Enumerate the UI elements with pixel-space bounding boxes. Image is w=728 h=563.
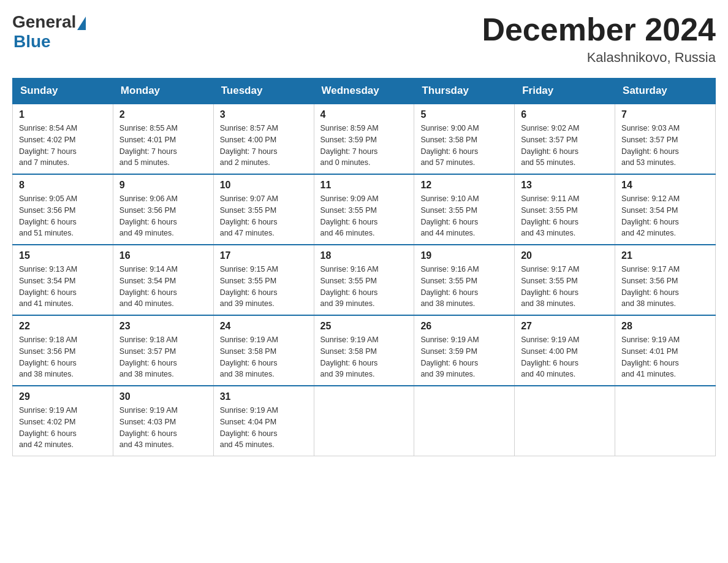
day-number: 8 <box>19 180 107 191</box>
day-info: Sunrise: 9:19 AMSunset: 4:00 PMDaylight:… <box>521 334 609 380</box>
day-info: Sunrise: 9:02 AMSunset: 3:57 PMDaylight:… <box>521 123 609 169</box>
day-cell: 27Sunrise: 9:19 AMSunset: 4:00 PMDayligh… <box>515 315 615 386</box>
calendar-table: SundayMondayTuesdayWednesdayThursdayFrid… <box>12 78 716 456</box>
day-number: 22 <box>19 321 107 332</box>
day-number: 4 <box>320 109 408 120</box>
day-cell: 14Sunrise: 9:12 AMSunset: 3:54 PMDayligh… <box>615 174 716 245</box>
logo-triangle-icon <box>77 17 86 30</box>
day-cell <box>615 386 716 456</box>
day-info: Sunrise: 9:19 AMSunset: 4:04 PMDaylight:… <box>220 405 308 451</box>
calendar-header: SundayMondayTuesdayWednesdayThursdayFrid… <box>13 79 716 104</box>
day-info: Sunrise: 9:19 AMSunset: 3:58 PMDaylight:… <box>320 334 408 380</box>
day-number: 11 <box>320 180 408 191</box>
logo-blue-text: Blue <box>13 32 51 52</box>
day-info: Sunrise: 9:05 AMSunset: 3:56 PMDaylight:… <box>19 193 107 239</box>
day-cell: 5Sunrise: 9:00 AMSunset: 3:58 PMDaylight… <box>414 104 515 174</box>
day-info: Sunrise: 9:19 AMSunset: 4:02 PMDaylight:… <box>19 405 107 451</box>
day-info: Sunrise: 9:14 AMSunset: 3:54 PMDaylight:… <box>119 264 207 310</box>
day-number: 24 <box>220 321 308 332</box>
day-info: Sunrise: 9:09 AMSunset: 3:55 PMDaylight:… <box>320 193 408 239</box>
day-cell: 2Sunrise: 8:55 AMSunset: 4:01 PMDaylight… <box>113 104 213 174</box>
day-info: Sunrise: 9:18 AMSunset: 3:56 PMDaylight:… <box>19 334 107 380</box>
day-cell: 6Sunrise: 9:02 AMSunset: 3:57 PMDaylight… <box>515 104 615 174</box>
day-number: 10 <box>220 180 308 191</box>
week-row-2: 8Sunrise: 9:05 AMSunset: 3:56 PMDaylight… <box>13 174 716 245</box>
day-cell: 28Sunrise: 9:19 AMSunset: 4:01 PMDayligh… <box>615 315 716 386</box>
day-number: 17 <box>220 250 308 261</box>
day-cell: 24Sunrise: 9:19 AMSunset: 3:58 PMDayligh… <box>213 315 314 386</box>
day-cell: 11Sunrise: 9:09 AMSunset: 3:55 PMDayligh… <box>314 174 414 245</box>
header-monday: Monday <box>113 79 213 104</box>
header-friday: Friday <box>515 79 615 104</box>
day-number: 27 <box>521 321 609 332</box>
day-cell: 18Sunrise: 9:16 AMSunset: 3:55 PMDayligh… <box>314 245 414 315</box>
day-number: 18 <box>320 250 408 261</box>
calendar-body: 1Sunrise: 8:54 AMSunset: 4:02 PMDaylight… <box>13 104 716 456</box>
day-info: Sunrise: 9:16 AMSunset: 3:55 PMDaylight:… <box>420 264 508 310</box>
day-cell: 30Sunrise: 9:19 AMSunset: 4:03 PMDayligh… <box>113 386 213 456</box>
day-info: Sunrise: 9:11 AMSunset: 3:55 PMDaylight:… <box>521 193 609 239</box>
day-number: 31 <box>220 391 308 402</box>
day-info: Sunrise: 9:19 AMSunset: 3:58 PMDaylight:… <box>220 334 308 380</box>
location-subtitle: Kalashnikovo, Russia <box>482 50 716 66</box>
day-cell: 20Sunrise: 9:17 AMSunset: 3:55 PMDayligh… <box>515 245 615 315</box>
day-cell: 16Sunrise: 9:14 AMSunset: 3:54 PMDayligh… <box>113 245 213 315</box>
day-cell: 19Sunrise: 9:16 AMSunset: 3:55 PMDayligh… <box>414 245 515 315</box>
day-info: Sunrise: 9:06 AMSunset: 3:56 PMDaylight:… <box>119 193 207 239</box>
day-cell: 25Sunrise: 9:19 AMSunset: 3:58 PMDayligh… <box>314 315 414 386</box>
header-wednesday: Wednesday <box>314 79 414 104</box>
day-number: 16 <box>119 250 207 261</box>
logo: General Blue <box>12 12 86 52</box>
day-cell <box>314 386 414 456</box>
day-cell: 29Sunrise: 9:19 AMSunset: 4:02 PMDayligh… <box>13 386 113 456</box>
day-cell <box>414 386 515 456</box>
day-info: Sunrise: 8:59 AMSunset: 3:59 PMDaylight:… <box>320 123 408 169</box>
day-number: 2 <box>119 109 207 120</box>
day-cell: 15Sunrise: 9:13 AMSunset: 3:54 PMDayligh… <box>13 245 113 315</box>
day-info: Sunrise: 8:54 AMSunset: 4:02 PMDaylight:… <box>19 123 107 169</box>
day-cell: 22Sunrise: 9:18 AMSunset: 3:56 PMDayligh… <box>13 315 113 386</box>
day-info: Sunrise: 9:17 AMSunset: 3:55 PMDaylight:… <box>521 264 609 310</box>
day-info: Sunrise: 9:16 AMSunset: 3:55 PMDaylight:… <box>320 264 408 310</box>
day-cell: 23Sunrise: 9:18 AMSunset: 3:57 PMDayligh… <box>113 315 213 386</box>
day-info: Sunrise: 9:18 AMSunset: 3:57 PMDaylight:… <box>119 334 207 380</box>
day-info: Sunrise: 9:19 AMSunset: 4:01 PMDaylight:… <box>621 334 709 380</box>
day-cell: 1Sunrise: 8:54 AMSunset: 4:02 PMDaylight… <box>13 104 113 174</box>
header-sunday: Sunday <box>13 79 113 104</box>
day-cell: 12Sunrise: 9:10 AMSunset: 3:55 PMDayligh… <box>414 174 515 245</box>
day-info: Sunrise: 9:07 AMSunset: 3:55 PMDaylight:… <box>220 193 308 239</box>
day-info: Sunrise: 9:10 AMSunset: 3:55 PMDaylight:… <box>420 193 508 239</box>
day-info: Sunrise: 9:00 AMSunset: 3:58 PMDaylight:… <box>420 123 508 169</box>
day-number: 5 <box>420 109 508 120</box>
week-row-3: 15Sunrise: 9:13 AMSunset: 3:54 PMDayligh… <box>13 245 716 315</box>
day-number: 6 <box>521 109 609 120</box>
header-thursday: Thursday <box>414 79 515 104</box>
day-number: 14 <box>621 180 709 191</box>
day-number: 23 <box>119 321 207 332</box>
week-row-4: 22Sunrise: 9:18 AMSunset: 3:56 PMDayligh… <box>13 315 716 386</box>
header-saturday: Saturday <box>615 79 716 104</box>
day-number: 7 <box>621 109 709 120</box>
day-info: Sunrise: 9:15 AMSunset: 3:55 PMDaylight:… <box>220 264 308 310</box>
day-number: 19 <box>420 250 508 261</box>
page-header: General Blue December 2024 Kalashnikovo,… <box>12 12 716 66</box>
day-cell: 17Sunrise: 9:15 AMSunset: 3:55 PMDayligh… <box>213 245 314 315</box>
day-cell: 21Sunrise: 9:17 AMSunset: 3:56 PMDayligh… <box>615 245 716 315</box>
day-info: Sunrise: 8:57 AMSunset: 4:00 PMDaylight:… <box>220 123 308 169</box>
day-number: 12 <box>420 180 508 191</box>
week-row-5: 29Sunrise: 9:19 AMSunset: 4:02 PMDayligh… <box>13 386 716 456</box>
day-number: 28 <box>621 321 709 332</box>
day-number: 26 <box>420 321 508 332</box>
day-number: 21 <box>621 250 709 261</box>
day-cell: 4Sunrise: 8:59 AMSunset: 3:59 PMDaylight… <box>314 104 414 174</box>
day-cell <box>515 386 615 456</box>
day-info: Sunrise: 9:13 AMSunset: 3:54 PMDaylight:… <box>19 264 107 310</box>
logo-general-text: General <box>12 12 76 32</box>
day-number: 20 <box>521 250 609 261</box>
day-number: 30 <box>119 391 207 402</box>
day-info: Sunrise: 8:55 AMSunset: 4:01 PMDaylight:… <box>119 123 207 169</box>
header-row: SundayMondayTuesdayWednesdayThursdayFrid… <box>13 79 716 104</box>
day-number: 25 <box>320 321 408 332</box>
day-cell: 31Sunrise: 9:19 AMSunset: 4:04 PMDayligh… <box>213 386 314 456</box>
day-cell: 7Sunrise: 9:03 AMSunset: 3:57 PMDaylight… <box>615 104 716 174</box>
